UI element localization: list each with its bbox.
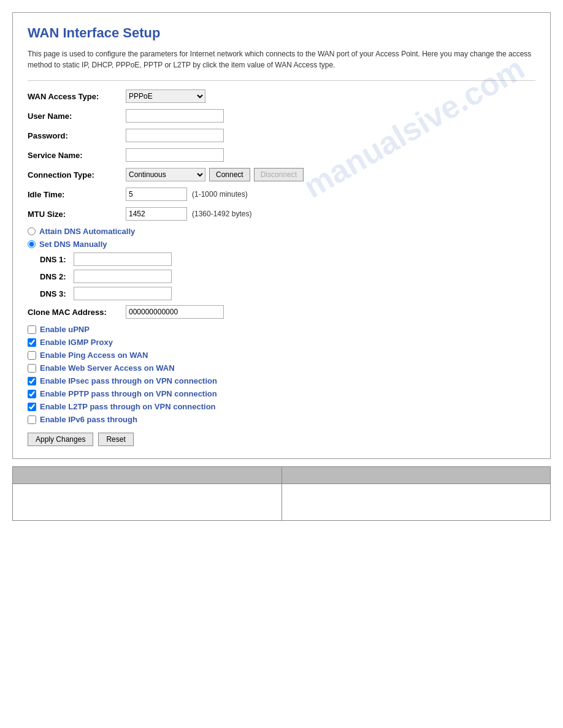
mtu-size-input[interactable] [126, 207, 187, 221]
dns2-input[interactable] [74, 270, 172, 283]
set-dns-radio[interactable] [28, 240, 36, 248]
dns3-input[interactable] [74, 287, 172, 300]
apply-changes-button[interactable]: Apply Changes [28, 433, 93, 446]
reset-button[interactable]: Reset [98, 433, 133, 446]
dns1-input[interactable] [74, 252, 172, 266]
dns1-label: DNS 1: [40, 255, 74, 264]
ping-label: Enable Ping Access on WAN [40, 351, 148, 360]
upnp-label: Enable uPNP [40, 325, 90, 334]
l2tp-label: Enable L2TP pass through on VPN connecti… [40, 402, 216, 411]
disconnect-button[interactable]: Disconnect [254, 168, 304, 181]
connection-type-select[interactable]: Continuous Connect on Demand Manual [126, 168, 205, 181]
bottom-table-col2-data [282, 484, 551, 521]
bottom-table-col2-header [282, 467, 551, 484]
clone-mac-input[interactable] [126, 305, 224, 319]
connect-button[interactable]: Connect [209, 168, 250, 181]
ipsec-label: Enable IPsec pass through on VPN connect… [40, 376, 217, 385]
webserver-label: Enable Web Server Access on WAN [40, 363, 175, 373]
idle-time-label: Idle Time: [28, 190, 126, 199]
attain-dns-radio[interactable] [28, 227, 36, 235]
divider [28, 80, 535, 81]
service-name-input[interactable] [126, 148, 224, 162]
idle-time-input[interactable] [126, 188, 187, 201]
pptp-label: Enable PPTP pass through on VPN connecti… [40, 389, 217, 398]
user-name-input[interactable] [126, 109, 224, 123]
l2tp-checkbox[interactable] [28, 403, 36, 411]
dns3-label: DNS 3: [40, 289, 74, 298]
webserver-checkbox[interactable] [28, 364, 36, 373]
ping-checkbox[interactable] [28, 351, 36, 360]
wan-access-type-select[interactable]: PPPoE Static IP DHCP PPTP L2TP [126, 89, 205, 103]
page-description: This page is used to configure the param… [28, 48, 535, 70]
attain-dns-label: Attain DNS Automatically [39, 227, 135, 236]
upnp-checkbox[interactable] [28, 325, 36, 334]
user-name-label: User Name: [28, 112, 126, 121]
ipsec-checkbox[interactable] [28, 377, 36, 385]
ipv6-label: Enable IPv6 pass through [40, 415, 137, 424]
password-input[interactable] [126, 129, 224, 142]
connection-type-label: Connection Type: [28, 170, 126, 180]
idle-time-hint: (1-1000 minutes) [192, 190, 248, 199]
service-name-label: Service Name: [28, 151, 126, 160]
wan-access-type-label: WAN Access Type: [28, 92, 126, 101]
ipv6-checkbox[interactable] [28, 415, 36, 424]
apply-row: Apply Changes Reset [28, 433, 535, 446]
bottom-table-col1-data [13, 484, 282, 521]
password-label: Password: [28, 131, 126, 140]
watermark: manualsive.com [298, 51, 530, 205]
dns2-label: DNS 2: [40, 272, 74, 281]
checkboxes-section: Enable uPNP Enable IGMP Proxy Enable Pin… [28, 325, 535, 424]
mtu-size-label: MTU Size: [28, 210, 126, 219]
bottom-table-col1-header [13, 467, 282, 484]
bottom-table [12, 466, 551, 521]
page-title: WAN Interface Setup [28, 25, 535, 41]
igmp-checkbox[interactable] [28, 338, 36, 347]
clone-mac-label: Clone MAC Address: [28, 308, 126, 317]
set-dns-label: Set DNS Manually [39, 240, 107, 249]
mtu-size-hint: (1360-1492 bytes) [192, 210, 251, 218]
pptp-checkbox[interactable] [28, 390, 36, 398]
igmp-label: Enable IGMP Proxy [40, 338, 113, 347]
